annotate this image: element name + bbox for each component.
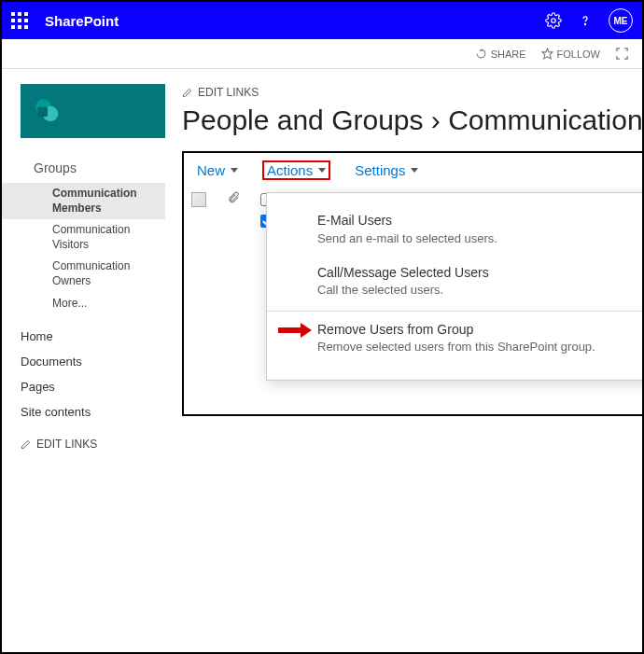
settings-menu[interactable]: Settings <box>355 162 418 178</box>
dd-title: Call/Message Selected Users <box>317 264 635 283</box>
sidebar-item-members[interactable]: Communication Members <box>2 183 165 219</box>
main-content: EDIT LINKS People and Groups › Communica… <box>165 69 642 456</box>
sidebar-item-owners[interactable]: Communication Owners <box>2 256 165 292</box>
dd-sub: Remove selected users from this SharePoi… <box>317 339 635 355</box>
picture-column-icon <box>191 192 206 207</box>
suite-bar: SharePoint ME <box>2 2 642 39</box>
sidebar-item-visitors[interactable]: Communication Visitors <box>2 219 165 256</box>
nav-site-contents[interactable]: Site contents <box>2 399 165 424</box>
svg-rect-6 <box>278 327 301 333</box>
dd-title: Remove Users from Group <box>317 321 635 340</box>
nav-documents[interactable]: Documents <box>2 349 165 374</box>
svg-point-1 <box>584 23 585 24</box>
share-button[interactable]: SHARE <box>475 48 526 60</box>
dropdown-separator <box>267 311 642 312</box>
actions-dropdown: E-Mail Users Send an e-mail to selected … <box>266 192 642 381</box>
list-frame: New Actions Settings <box>182 151 642 416</box>
dropdown-email-users[interactable]: E-Mail Users Send an e-mail to selected … <box>267 206 642 258</box>
chevron-down-icon <box>411 168 418 173</box>
brand-label[interactable]: SharePoint <box>45 13 119 29</box>
attachment-icon <box>227 191 240 207</box>
edit-links-bottom[interactable]: EDIT LINKS <box>2 424 165 456</box>
left-nav: Groups Communication Members Communicati… <box>2 69 165 456</box>
dropdown-remove-users[interactable]: Remove Users from Group Remove selected … <box>267 315 642 368</box>
nav-section-groups: Groups <box>2 138 165 183</box>
help-icon[interactable] <box>577 12 594 29</box>
edit-links-label: EDIT LINKS <box>36 438 97 451</box>
follow-button[interactable]: FOLLOW <box>541 48 600 60</box>
avatar[interactable]: ME <box>609 8 633 33</box>
edit-links-top[interactable]: EDIT LINKS <box>182 86 642 99</box>
list-toolbar: New Actions Settings <box>184 153 642 188</box>
arrow-right-icon <box>278 323 312 338</box>
follow-label: FOLLOW <box>557 49 600 60</box>
site-logo[interactable] <box>21 84 165 138</box>
actions-menu[interactable]: Actions <box>264 162 329 178</box>
command-bar: SHARE FOLLOW <box>2 39 642 69</box>
chevron-down-icon <box>318 168 326 173</box>
gear-icon[interactable] <box>545 12 562 29</box>
svg-point-0 <box>552 19 556 23</box>
edit-links-top-label: EDIT LINKS <box>198 86 259 99</box>
dd-sub: Call the selected users. <box>317 282 635 299</box>
new-menu[interactable]: New <box>197 162 238 178</box>
dd-sub: Send an e-mail to selected users. <box>317 230 635 247</box>
dropdown-call-users[interactable]: Call/Message Selected Users Call the sel… <box>267 258 642 311</box>
app-launcher-icon[interactable] <box>11 12 28 29</box>
settings-label: Settings <box>355 162 405 178</box>
svg-marker-7 <box>301 323 312 338</box>
nav-home[interactable]: Home <box>2 324 165 349</box>
focus-icon[interactable] <box>615 47 629 61</box>
svg-rect-5 <box>38 107 49 118</box>
sidebar-item-more[interactable]: More... <box>2 293 165 315</box>
dd-title: E-Mail Users <box>317 212 635 230</box>
page-title: People and Groups › Communication <box>182 104 642 136</box>
share-label: SHARE <box>491 49 526 60</box>
new-label: New <box>197 162 225 178</box>
actions-label: Actions <box>267 162 313 178</box>
svg-marker-2 <box>542 49 553 59</box>
chevron-down-icon <box>231 168 238 173</box>
nav-pages[interactable]: Pages <box>2 374 165 399</box>
